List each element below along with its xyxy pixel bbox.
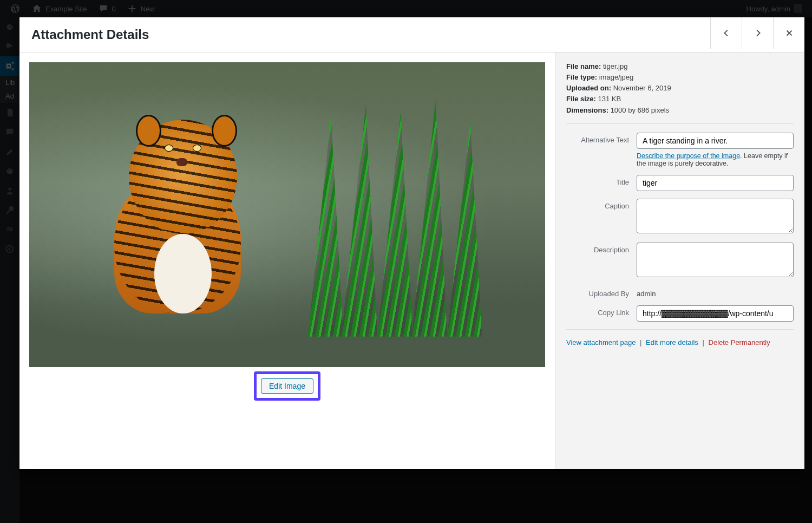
alt-help-link[interactable]: Describe the purpose of the image	[637, 152, 740, 160]
preview-pane: Edit Image	[19, 53, 555, 469]
copylink-input[interactable]	[637, 305, 794, 322]
delete-permanently-link[interactable]: Delete Permanently	[709, 338, 770, 347]
uploadedby-label: Uploaded By	[566, 286, 637, 298]
uploadedby-value: admin	[637, 286, 794, 298]
close-icon	[784, 28, 794, 38]
details-pane: File name: tiger.jpg File type: image/jp…	[555, 53, 804, 469]
close-button[interactable]	[773, 17, 804, 49]
next-button[interactable]	[742, 17, 773, 49]
attachment-actions: View attachment page | Edit more details…	[566, 329, 794, 347]
alt-text-help: Describe the purpose of the image. Leave…	[637, 152, 794, 167]
prev-button[interactable]	[710, 17, 742, 49]
meta-filesize: 131 KB	[598, 95, 621, 103]
copylink-label: Copy Link	[566, 305, 637, 317]
caption-textarea[interactable]	[637, 199, 794, 233]
meta-dimensions: 1000 by 686 pixels	[611, 106, 669, 114]
alt-text-input[interactable]	[637, 133, 794, 149]
alt-text-label: Alternative Text	[566, 133, 637, 144]
meta-filetype: image/jpeg	[599, 73, 634, 81]
attachment-image	[29, 62, 545, 367]
edit-image-button[interactable]: Edit Image	[261, 378, 313, 394]
modal-title: Attachment Details	[31, 27, 793, 42]
meta-filename: tiger.jpg	[603, 62, 628, 70]
edit-more-link[interactable]: Edit more details	[646, 338, 698, 347]
attachment-meta: File name: tiger.jpg File type: image/jp…	[566, 61, 794, 124]
chevron-left-icon	[722, 28, 731, 38]
view-attachment-link[interactable]: View attachment page	[566, 338, 636, 347]
description-textarea[interactable]	[637, 243, 794, 277]
caption-label: Caption	[566, 199, 637, 210]
title-input[interactable]	[637, 175, 794, 191]
title-label: Title	[566, 175, 637, 186]
edit-image-highlight: Edit Image	[254, 371, 320, 401]
description-label: Description	[566, 243, 637, 254]
meta-uploadedon: November 6, 2019	[613, 84, 671, 92]
modal-header: Attachment Details	[19, 17, 804, 53]
attachment-details-modal: Attachment Details	[19, 17, 804, 469]
chevron-right-icon	[753, 28, 763, 38]
